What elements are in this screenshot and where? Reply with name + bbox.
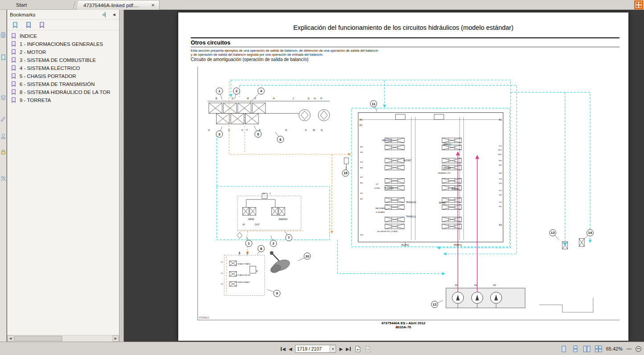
tab-close-icon[interactable]: × <box>150 2 156 8</box>
brand-glyph <box>636 2 642 8</box>
callout-number: 11 <box>372 102 376 106</box>
panel-layers-icon[interactable] <box>0 94 6 101</box>
diagram-label: BOOM(1) <box>385 187 393 189</box>
diagram-label: 4b3 <box>360 167 363 169</box>
diagram-label: P <box>320 97 322 100</box>
scroll-left-icon[interactable]: ◀ <box>7 335 14 342</box>
bookmark-item[interactable]: 3 - SISTEMA DE COMBUSTIBLE <box>7 56 119 64</box>
callout-number: 14 <box>588 231 592 235</box>
first-page-bar <box>281 347 282 351</box>
diagram-label: B <box>215 97 217 100</box>
hydraulic-circuit-diagram: A1A2A3BDRFHJSNPACVTEGKMQPTARMSWINGINOUTB… <box>198 67 619 319</box>
first-page-icon: ◀ <box>282 347 286 351</box>
diagram-label: 5b52 <box>498 153 502 155</box>
diagram-label: UP <box>376 183 378 185</box>
previous-view-icon[interactable] <box>354 346 361 352</box>
first-page-button[interactable]: ◀ <box>281 347 286 351</box>
expand-bookmarks-icon[interactable] <box>12 22 18 28</box>
bookmark-options-icon[interactable] <box>39 22 45 28</box>
diagram-label: S94 <box>499 159 502 162</box>
bookmark-item[interactable]: 6 - SISTEMA DE TRANSMISIÓN <box>7 80 119 88</box>
pump-label: A1 <box>455 284 458 286</box>
view-controls: 65.42% <box>560 344 641 354</box>
bookmark-item[interactable]: 8 - SISTEMA HIDRÁULICO DE LA TOR <box>7 88 119 96</box>
panel-bookmarks-icon[interactable] <box>0 54 6 61</box>
diagram-label: BACKWARD <box>376 207 386 209</box>
foxit-brand-icon[interactable] <box>634 0 643 9</box>
bookmark-item[interactable]: 4 - SISTEMA ELÉCTRICO <box>7 64 119 72</box>
bookmark-icon <box>11 97 16 103</box>
diagram-label: PL(P2) <box>402 244 409 246</box>
diagram-label: H <box>273 97 275 100</box>
bookmark-item[interactable]: 9 - TORRETA <box>7 96 119 104</box>
bookmark-icon <box>11 81 16 87</box>
section-rule <box>191 47 619 47</box>
bookmark-label: 5 - CHASIS PORTADOR <box>20 73 76 79</box>
diagram-label: T <box>247 252 248 254</box>
page-number-input[interactable] <box>295 346 329 351</box>
facing-continuous-view-icon[interactable] <box>595 346 602 352</box>
panel-comments-icon[interactable] <box>0 175 6 182</box>
callout-number: 6 <box>279 138 282 142</box>
callout-number: 2 <box>236 89 238 93</box>
next-view-icon[interactable] <box>364 346 371 352</box>
zoom-level[interactable]: 65.42% <box>606 346 623 351</box>
scroll-right-icon[interactable]: ▶ <box>112 335 119 342</box>
page-dropdown-icon[interactable]: ▾ <box>329 345 336 352</box>
zoom-out-icon[interactable] <box>636 346 641 352</box>
diagram-label: S <box>308 97 309 100</box>
bookmark-item[interactable]: ÍNDICE <box>7 32 119 40</box>
page-number-box: ▾ <box>295 345 336 353</box>
next-page-button[interactable]: ▶ <box>339 347 343 351</box>
diagram-label: Main RELIEF SET (2-STAGE) <box>377 231 398 233</box>
tab-start[interactable]: Start <box>4 0 75 10</box>
panel-stamp-icon[interactable] <box>0 133 6 139</box>
diagram-label: TRAVEL(R) <box>406 201 416 204</box>
diagram-label: 4a4 <box>360 151 363 153</box>
last-page-button[interactable]: ▶ <box>346 347 351 351</box>
diagram-label: 2-STAGE RELIEF <box>237 274 251 276</box>
bookmark-item[interactable]: 1 - INFORMACIONES GENERALES <box>7 40 119 48</box>
zoom-out-minus-icon[interactable] <box>627 347 632 351</box>
diagram-label: PR(P1) <box>454 244 462 246</box>
callout-number: 7 <box>288 236 290 240</box>
panel-signature-icon[interactable] <box>0 115 6 122</box>
diagram-label: Q <box>321 129 323 131</box>
collapse-panel-icon[interactable]: ◄ <box>112 12 116 17</box>
single-page-view-icon[interactable] <box>560 346 567 352</box>
sidebar-splitter[interactable] <box>119 10 124 342</box>
bookmarks-header: Bookmarks »▏ ◄ <box>7 10 119 20</box>
title-rule <box>191 37 619 38</box>
add-bookmark-icon[interactable] <box>26 22 31 28</box>
continuous-view-icon[interactable] <box>571 346 579 352</box>
panel-security-icon[interactable] <box>0 149 6 155</box>
diagram-label: A <box>208 129 210 131</box>
panel-pages-icon[interactable] <box>0 32 6 38</box>
pin-panel-icon[interactable]: »▏ <box>103 12 108 17</box>
bookmark-item[interactable]: 5 - CHASIS PORTADOR <box>7 72 119 80</box>
diagram-label: T <box>270 193 271 195</box>
diagram-label: SWING <box>439 202 446 204</box>
tab-document[interactable]: 47375446A-linked pdf.... × <box>77 0 160 10</box>
sidebar-horizontal-scrollbar[interactable]: ◀ ▶ <box>7 335 119 342</box>
facing-view-icon[interactable] <box>583 346 591 352</box>
document-viewer[interactable]: Explicación del funcionamiento de los ci… <box>124 10 644 342</box>
diagram-label: C <box>228 129 230 131</box>
bookmark-label: 6 - SISTEMA DE TRANSMISIÓN <box>20 82 95 87</box>
previous-page-button[interactable]: ◀ <box>289 347 292 351</box>
previous-page-icon: ◀ <box>289 347 292 351</box>
diagram-label: P <box>256 270 258 273</box>
bookmark-icon <box>11 41 16 47</box>
bookmark-item[interactable]: 2 - MOTOR <box>7 48 119 56</box>
section-title: Otros circuitos <box>191 40 230 46</box>
diagram-label: T <box>246 129 248 131</box>
scrollbar-thumb[interactable] <box>14 336 62 341</box>
diagram-label: SWING BRAKE <box>238 281 250 283</box>
diagram-label: BOOM2 <box>451 188 459 190</box>
body-text-line2: y de operación de salida del balancín se… <box>191 53 323 57</box>
pump-label: A3 <box>493 284 496 286</box>
machine-outline <box>208 101 593 312</box>
callout-number: 9 <box>276 291 278 295</box>
bookmarks-toolbar <box>7 20 119 30</box>
diagram-label: K <box>305 129 307 131</box>
